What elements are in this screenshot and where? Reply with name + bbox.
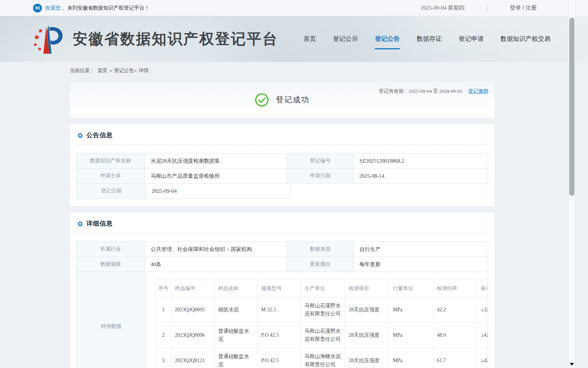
section-ring-icon [78, 133, 82, 138]
table-row: 登记日期 2025-09-04 [77, 184, 488, 199]
announcement-info-card: 公告信息 数据知识产权名称 水泥28天抗压强度检测数据集 登记编号 SZ2025… [70, 124, 495, 206]
sample-data-table: 序号 样品编号 样品名称 规格型号 生产单位 检测项目 计量单位 检测结果 标准 [155, 279, 488, 368]
cell-index: 2 [155, 323, 171, 348]
nav-data-ip-trade[interactable]: 数据知识产权交易 [501, 35, 551, 43]
cell-sample-name: 普通硅酸盐水泥 [214, 323, 257, 348]
breadcrumb-label: 当前位置： [70, 67, 95, 74]
status-text: 登记成功 [276, 95, 310, 105]
nav-data-attestation[interactable]: 数据存证 [417, 35, 442, 43]
breadcrumb-parent[interactable]: 登记公告 [114, 67, 134, 74]
cell-unit: MPa [389, 323, 433, 348]
column-header: 检测项目 [345, 280, 389, 297]
column-header: 生产单位 [301, 280, 345, 297]
column-header: 序号 [155, 280, 171, 297]
cell-sample-name: 砌筑水泥 [214, 297, 257, 323]
registration-success-banner: 登记成功 登记有效期： 2025-09-04 至 2028-09-03 登记撤销 [70, 82, 495, 118]
welcome-highlight: 欢迎您， [45, 5, 66, 11]
cell-standard: ≥42 [477, 348, 488, 368]
field-label: 数据来源 [287, 242, 354, 257]
breadcrumb-current: 详情 [139, 67, 148, 74]
cell-index: 1 [155, 297, 171, 323]
cell-sample-no: 2023QJQ0095 [171, 297, 214, 323]
site-title: 安徽省数据知识产权登记平台 [73, 29, 278, 49]
nav-registration-publicity[interactable]: 登记公示 [333, 35, 358, 43]
column-header: 检测结果 [433, 280, 477, 297]
cell-result: 42.2 [433, 297, 477, 323]
data-source-value: 自行生产 [354, 242, 488, 257]
auth-slash: / [521, 4, 526, 11]
field-label: 数据规模 [77, 257, 145, 272]
cell-producer: 马鞍山石溪野水泥有限责任公司 [301, 323, 345, 348]
scroll-down-arrow-icon[interactable] [570, 363, 574, 366]
nav-registration-apply[interactable]: 登记申请 [459, 35, 484, 43]
field-label: 登记编号 [287, 153, 354, 169]
sample-table-row: 2 2023QJQ0096 普通硅酸盐水泥 P.O 42.5 马鞍山石溪野水泥有… [155, 323, 488, 348]
breadcrumb-separator: > [110, 68, 112, 74]
empty-cell [291, 184, 488, 199]
welcome-text: 来到安徽省数据知识产权登记平台！ [67, 5, 150, 11]
nav-home[interactable]: 首页 [304, 35, 316, 43]
cell-spec: P.O 42.5 [257, 323, 301, 348]
sample-header-row: 序号 样品编号 样品名称 规格型号 生产单位 检测项目 计量单位 检测结果 标准 [155, 280, 488, 297]
cell-index: 3 [155, 348, 171, 368]
login-link[interactable]: 登录 [510, 4, 521, 11]
cell-standard: ≥32 [477, 297, 488, 323]
column-header: 计量单位 [389, 280, 433, 297]
topbar-divider: | [487, 5, 488, 11]
validity-label: 登记有效期： [379, 88, 409, 95]
vertical-scrollbar[interactable] [568, 0, 576, 368]
breadcrumb: 当前位置： 首页 > 登记公告 > 详情 [70, 67, 588, 74]
topbar: Hi 欢迎您， 来到安徽省数据知识产权登记平台！ 2025-09-04 星期四 … [0, 0, 588, 16]
hi-badge-icon: Hi [33, 4, 42, 13]
validity-value: 2025-09-04 至 2028-09-03 [409, 88, 462, 95]
cell-producer: 马鞍山石溪野水泥有限责任公司 [301, 297, 345, 323]
sample-table-container: 序号 样品编号 样品名称 规格型号 生产单位 检测项目 计量单位 检测结果 标准 [146, 272, 488, 368]
cell-test-item: 28天抗压强度 [345, 323, 389, 348]
cell-sample-no: 2023QJQ0121 [171, 348, 214, 368]
field-label: 申请主体 [77, 169, 145, 184]
site-header: 安徽省数据知识产权登记平台 首页 登记公示 登记公告 数据存证 登记申请 数据知… [0, 16, 588, 62]
site-logo-icon [32, 22, 66, 56]
field-label: 所属行业 [77, 242, 145, 257]
table-row: 数据知识产权名称 水泥28天抗压强度检测数据集 登记编号 SZ202512001… [77, 153, 488, 169]
update-frequency-value: 每年更新 [354, 257, 488, 272]
section-divider [76, 233, 488, 233]
field-label: 申请日期 [287, 169, 354, 184]
announcement-section-title: 公告信息 [86, 131, 113, 139]
cell-spec: P.O 42.5 [257, 348, 301, 368]
announcement-table: 数据知识产权名称 水泥28天抗压强度检测数据集 登记编号 SZ202512001… [76, 153, 488, 199]
apply-date-value: 2025-08-14 [354, 169, 488, 184]
register-link[interactable]: 注册 [526, 4, 537, 11]
column-header: 样品编号 [171, 280, 214, 297]
table-row: 申请主体 马鞍山市产品质量监督检验所 申请日期 2025-08-14 [77, 169, 488, 184]
detail-info-card: 详细信息 所属行业 公共管理、社会保障和社会组织 > 国家机构 数据来源 自行生… [70, 213, 495, 368]
field-label: 登记日期 [77, 184, 146, 199]
table-row: 数据规模 40条 更新频次 每年更新 [77, 257, 488, 272]
detail-section-title: 详细信息 [86, 219, 113, 228]
main-nav: 首页 登记公示 登记公告 数据存证 登记申请 数据知识产权交易 [304, 35, 551, 43]
detail-table: 所属行业 公共管理、社会保障和社会组织 > 国家机构 数据来源 自行生产 数据规… [76, 241, 488, 368]
data-scale-value: 40条 [145, 257, 287, 272]
column-header: 规格型号 [257, 280, 301, 297]
cell-unit: MPa [389, 348, 433, 368]
sample-table-row: 1 2023QJQ0095 砌筑水泥 M 32.5 马鞍山石溪野水泥有限责任公司… [155, 297, 488, 323]
cell-result: 48.0 [433, 323, 477, 348]
sample-data-label: 样例数据 [77, 272, 146, 368]
breadcrumb-home[interactable]: 首页 [98, 67, 108, 74]
section-ring-icon [78, 222, 82, 226]
cell-test-item: 28天抗压强度 [345, 297, 389, 323]
section-divider [76, 144, 488, 145]
scrollbar-thumb[interactable] [569, 18, 574, 196]
industry-value: 公共管理、社会保障和社会组织 > 国家机构 [145, 242, 287, 257]
field-label: 更新频次 [287, 257, 354, 272]
field-label: 数据知识产权名称 [77, 153, 145, 169]
nav-registration-announcement[interactable]: 登记公告 [375, 35, 400, 43]
cell-spec: M 32.5 [257, 297, 301, 323]
cell-result: 61.7 [433, 348, 477, 368]
sample-data-row: 样例数据 序号 样品编号 样品名称 [77, 272, 488, 368]
sample-table-row: 3 2023QJQ0121 普通硅酸盐水泥 P.O 42.5 马鞍山海螺水泥有限… [155, 348, 488, 368]
revoke-registration-link[interactable]: 登记撤销 [468, 88, 488, 95]
cell-test-item: 28天抗压强度 [345, 348, 389, 368]
data-ip-name-value: 水泥28天抗压强度检测数据集 [145, 153, 287, 169]
column-header: 样品名称 [214, 280, 257, 297]
